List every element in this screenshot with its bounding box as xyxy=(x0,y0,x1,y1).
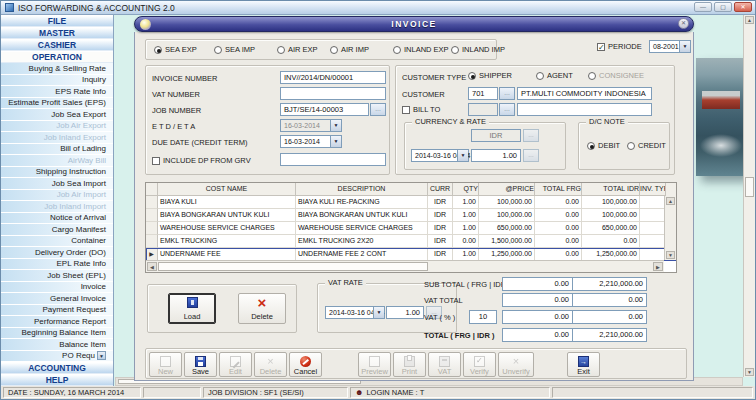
sidebar-section-accounting[interactable]: ACCOUNTING xyxy=(1,362,113,374)
sidebar-item-delivery-order[interactable]: Delivery Order (DO) xyxy=(1,247,113,259)
periode-select[interactable]: 08-2001 xyxy=(649,40,691,53)
radio-inland-imp[interactable]: INLAND IMP xyxy=(451,45,505,54)
cell-cost[interactable]: WAREHOUSE SERVICE CHARGES xyxy=(158,222,296,235)
cell-cost[interactable]: BIAYA KULI xyxy=(158,196,296,209)
cell-price[interactable]: 650,000.00 xyxy=(479,222,535,235)
sidebar-item-notice-of-arrival[interactable]: Notice of Arrival xyxy=(1,213,113,225)
sidebar-item-eps-rate-info[interactable]: EPS Rate Info xyxy=(1,86,113,98)
scroll-left-icon[interactable]: ◀ xyxy=(147,262,157,271)
row-selector[interactable] xyxy=(146,235,158,248)
vat-number-field[interactable] xyxy=(280,87,386,100)
col-cost-name[interactable]: COST NAME xyxy=(158,183,296,196)
sidebar-item-buying-selling-rate[interactable]: Buying & Selling Rate xyxy=(1,63,113,75)
cell-price[interactable]: 100,000.00 xyxy=(479,209,535,222)
radio-air-exp[interactable]: AIR EXP xyxy=(277,45,318,54)
cell-price[interactable]: 1,500,000.00 xyxy=(479,235,535,248)
cell-total-frg[interactable]: 0.00 xyxy=(535,235,582,248)
scroll-down-icon[interactable]: ▼ xyxy=(745,368,754,376)
sidebar-item-job-sea-export[interactable]: Job Sea Export xyxy=(1,109,113,121)
cell-cost[interactable]: EMKL TRUCKING xyxy=(158,235,296,248)
scroll-right-icon[interactable]: ▶ xyxy=(653,262,663,271)
invoice-titlebar[interactable]: INVOICE xyxy=(134,16,694,32)
sidebar-item-po-request[interactable]: PO Requ ▼ xyxy=(1,351,113,363)
sidebar-item-inquiry[interactable]: Inquiry xyxy=(1,75,113,87)
customer-name-field[interactable]: PT.MULTI COMMODITY INDONESIA xyxy=(517,87,652,100)
grid-vertical-scrollbar[interactable]: ▲ ▼ xyxy=(664,196,676,260)
col-inv-type[interactable]: INV. TYPE xyxy=(640,183,666,196)
sidebar-item-job-sheet-epl[interactable]: Job Sheet (EPL) xyxy=(1,270,113,282)
bill-to-name-field[interactable] xyxy=(517,103,652,116)
radio-shipper[interactable]: SHIPPER xyxy=(468,71,512,80)
vat-pct-field[interactable]: 10 xyxy=(469,310,497,324)
scroll-up-icon[interactable]: ▲ xyxy=(666,197,675,205)
scroll-down-icon[interactable]: ▼ xyxy=(666,251,675,259)
sidebar-section-file[interactable]: FILE xyxy=(1,15,113,27)
sidebar-item-cargo-manifest[interactable]: Cargo Manifest xyxy=(1,224,113,236)
bill-to-checkbox[interactable]: BILL TO xyxy=(402,105,440,114)
customer-code-field[interactable]: 701 xyxy=(468,87,498,100)
cell-total-frg[interactable]: 0.00 xyxy=(535,196,582,209)
cell-qty[interactable]: 0.00 xyxy=(453,235,479,248)
radio-inland-exp[interactable]: INLAND EXP xyxy=(393,45,449,54)
chevron-down-icon[interactable]: ▼ xyxy=(97,351,106,360)
job-number-lookup-button[interactable]: … xyxy=(370,103,386,116)
customer-lookup-button[interactable]: … xyxy=(499,87,515,100)
sidebar-section-master[interactable]: MASTER xyxy=(1,27,113,39)
maximize-icon[interactable]: ▢ xyxy=(714,2,732,12)
sidebar-item-beginning-balance-item[interactable]: Beginning Balance Item xyxy=(1,328,113,340)
cell-qty[interactable]: 1.00 xyxy=(453,209,479,222)
minimize-icon[interactable]: — xyxy=(694,2,712,12)
cell-inv-type[interactable] xyxy=(640,222,666,235)
grid-horizontal-scrollbar[interactable]: ◀ ▶ xyxy=(146,260,664,272)
periode-checkbox[interactable]: ✓PERIODE xyxy=(597,42,642,51)
invoice-number-field[interactable]: INV//2014/DN/00001 xyxy=(280,71,386,84)
exit-button[interactable]: Exit xyxy=(567,352,600,377)
sidebar-item-invoice[interactable]: Invoice xyxy=(1,282,113,294)
sidebar-item-bill-of-lading[interactable]: Bill of Lading xyxy=(1,144,113,156)
radio-sea-imp[interactable]: SEA IMP xyxy=(214,45,255,54)
sidebar-item-general-invoice[interactable]: General Invoice xyxy=(1,293,113,305)
sidebar-item-payment-request[interactable]: Payment Request xyxy=(1,305,113,317)
sidebar-item-shipping-instruction[interactable]: Shipping Instruction xyxy=(1,167,113,179)
sidebar-item-balance-item[interactable]: Balance Item xyxy=(1,339,113,351)
sidebar-section-operation[interactable]: OPERATION xyxy=(1,51,113,63)
job-number-field[interactable]: BJT/SE/14-00003 xyxy=(280,103,369,116)
invoice-close-icon[interactable]: ✕ xyxy=(678,18,689,29)
cell-inv-type[interactable] xyxy=(640,235,666,248)
load-button[interactable]: Load xyxy=(168,293,216,324)
sidebar-item-container[interactable]: Container xyxy=(1,236,113,248)
cell-inv-type[interactable] xyxy=(640,196,666,209)
radio-sea-exp[interactable]: SEA EXP xyxy=(154,45,197,54)
include-dp-checkbox[interactable]: INCLUDE DP FROM GRV xyxy=(152,156,251,165)
table-row[interactable]: EMKL TRUCKING EMKL TRUCKING 2X20 IDR 0.0… xyxy=(146,235,676,248)
radio-air-imp[interactable]: AIR IMP xyxy=(330,45,369,54)
cell-total-frg[interactable]: 0.00 xyxy=(535,222,582,235)
sidebar-item-estimate-profit-sales[interactable]: Estimate Profit Sales (EPS) xyxy=(1,98,113,110)
sidebar-item-performance-report[interactable]: Performance Report xyxy=(1,316,113,328)
cell-qty[interactable]: 1.00 xyxy=(453,222,479,235)
bill-to-lookup-button[interactable]: … xyxy=(499,103,515,116)
rate-field[interactable]: 1.00 xyxy=(471,149,521,162)
sidebar-section-cashier[interactable]: CASHIER xyxy=(1,39,113,51)
delete-row-button[interactable]: Delete xyxy=(238,293,286,324)
cell-total-idr[interactable]: 100,000.00 xyxy=(582,196,640,209)
sidebar-item-job-sea-import[interactable]: Job Sea Import xyxy=(1,178,113,190)
radio-debit[interactable]: DEBIT xyxy=(587,141,620,150)
cell-inv-type[interactable] xyxy=(640,209,666,222)
cell-total-frg[interactable]: 0.00 xyxy=(535,209,582,222)
table-row[interactable]: BIAYA BONGKARAN UNTUK KULI BIAYA BONGKAR… xyxy=(146,209,676,222)
col-total-idr[interactable]: TOTAL IDR xyxy=(582,183,640,196)
col-total-frg[interactable]: TOTAL FRG xyxy=(535,183,582,196)
radio-credit[interactable]: CREDIT xyxy=(627,141,666,150)
mdi-vertical-scrollbar[interactable]: ▲ ▼ xyxy=(743,15,755,377)
scroll-up-icon[interactable]: ▲ xyxy=(745,16,754,24)
include-dp-field[interactable] xyxy=(280,153,386,166)
scrollbar-thumb[interactable] xyxy=(745,177,754,197)
vat-rate-date-select[interactable]: 2014-03-16 04:54 xyxy=(325,306,385,319)
col-curr[interactable]: CURR xyxy=(428,183,453,196)
due-date-select[interactable]: 16-03-2014 xyxy=(280,135,342,148)
radio-agent[interactable]: AGENT xyxy=(536,71,573,80)
cell-desc[interactable]: EMKL TRUCKING 2X20 xyxy=(296,235,428,248)
cell-curr[interactable]: IDR xyxy=(428,196,453,209)
cell-desc[interactable]: WAREHOUSE SERVICE CHARGES xyxy=(296,222,428,235)
